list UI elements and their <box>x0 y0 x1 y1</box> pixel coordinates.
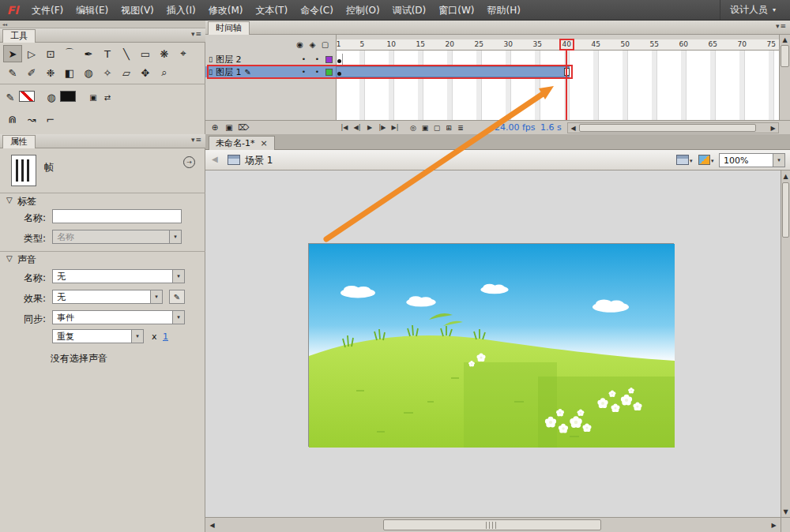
document-tab[interactable]: 未命名-1* × <box>209 136 275 150</box>
swap-colors-icon[interactable]: ⇄ <box>101 88 114 106</box>
menu-view[interactable]: 视图(V) <box>115 0 160 21</box>
free-transform-tool[interactable]: ⊡ <box>41 45 60 62</box>
menu-commands[interactable]: 命令(C) <box>294 0 340 21</box>
show-hide-all-layers-icon[interactable]: ◉ <box>294 39 306 50</box>
spray-brush-tool[interactable]: ❉ <box>41 64 60 81</box>
close-icon[interactable]: × <box>260 138 267 148</box>
stroke-color-swatch[interactable] <box>19 91 35 102</box>
menu-debug[interactable]: 调试(D) <box>386 0 433 21</box>
scrollbar-thumb[interactable] <box>579 124 756 132</box>
deco-tool[interactable]: ❋ <box>155 45 174 62</box>
default-colors-icon[interactable]: ▣ <box>87 88 100 106</box>
menu-help[interactable]: 帮助(H) <box>481 0 527 21</box>
step-back-button[interactable]: ◀| <box>351 122 363 133</box>
layer-outline-swatch[interactable] <box>325 69 333 76</box>
modify-markers-button[interactable]: ≣ <box>455 122 466 133</box>
menu-file[interactable]: 文件(F) <box>25 0 70 21</box>
playhead-line[interactable] <box>566 51 567 120</box>
timeline-ruler[interactable]: 1 5 10 15 20 25 30 35 40 45 50 55 60 65 … <box>336 39 779 51</box>
snap-to-objects-button[interactable]: ⋒ <box>3 111 22 128</box>
panel-menu-icon[interactable]: ▾≡ <box>191 30 202 38</box>
delete-layer-button[interactable]: ⌦ <box>237 122 250 133</box>
menu-insert[interactable]: 插入(I) <box>160 0 202 21</box>
panel-menu-icon[interactable]: ▾≡ <box>191 136 202 144</box>
eyedropper-tool[interactable]: ✧ <box>98 64 117 81</box>
smooth-button[interactable]: ↝ <box>22 111 41 128</box>
layer-lock-dot[interactable]: • <box>312 55 322 63</box>
onion-skin-button[interactable]: ▣ <box>419 122 431 133</box>
fill-color-swatch[interactable] <box>60 91 76 102</box>
lock-all-layers-icon[interactable]: ◈ <box>307 39 318 50</box>
stage-area[interactable] <box>205 170 781 517</box>
line-tool[interactable]: ╲ <box>117 45 136 62</box>
edit-sound-envelope-button[interactable]: ✎ <box>169 290 185 304</box>
timeline-vertical-scrollbar[interactable]: ▲ <box>779 35 790 120</box>
properties-panel-title[interactable]: 属性 <box>2 135 36 148</box>
lasso-tool[interactable]: ⌒ <box>60 45 79 62</box>
scrollbar-thumb[interactable] <box>383 519 601 530</box>
play-button[interactable]: ▶ <box>363 122 376 133</box>
subselection-tool[interactable]: ▷ <box>22 45 41 62</box>
stage-horizontal-scrollbar[interactable]: ◀ ▶ <box>205 517 781 532</box>
tools-panel-title[interactable]: 工具 <box>2 29 36 43</box>
paint-bucket-tool[interactable]: ◍ <box>79 64 98 81</box>
menu-text[interactable]: 文本(T) <box>249 0 294 21</box>
timeline-horizontal-scrollbar[interactable]: ◀ ▶ <box>567 122 779 133</box>
scroll-up-icon[interactable]: ▲ <box>781 170 790 182</box>
zoom-tool[interactable]: ⌕ <box>155 64 174 81</box>
layer-row-1[interactable]: ▯ 图层 1 ✎ • • <box>205 66 336 77</box>
sound-sync-dropdown[interactable]: 事件 ▾ <box>52 310 185 324</box>
panel-menu-icon[interactable]: ▾≡ <box>776 22 787 30</box>
sound-effect-dropdown[interactable]: 无 ▾ <box>52 290 163 304</box>
stage-vertical-scrollbar[interactable]: ▲ ▼ <box>781 170 790 517</box>
menu-control[interactable]: 控制(O) <box>340 0 386 21</box>
scroll-right-icon[interactable]: ▶ <box>767 518 781 532</box>
keyframe-dot[interactable] <box>337 72 341 76</box>
edit-multiple-frames-button[interactable]: ⊞ <box>443 122 454 133</box>
label-type-dropdown[interactable]: 名称 ▾ <box>52 230 182 244</box>
scroll-up-icon[interactable]: ▲ <box>780 35 790 44</box>
back-arrow-icon[interactable]: ◀ <box>212 155 218 163</box>
sound-repeat-dropdown[interactable]: 重复 ▾ <box>52 329 144 343</box>
zoom-dropdown[interactable]: 100% ▾ <box>719 153 785 167</box>
scroll-down-icon[interactable]: ▼ <box>781 508 790 515</box>
label-name-input[interactable] <box>52 209 182 223</box>
layer-name[interactable]: 图层 1 <box>216 66 242 78</box>
scroll-right-icon[interactable]: ▶ <box>768 123 778 133</box>
layer-visibility-dot[interactable]: • <box>299 55 309 63</box>
hand-tool[interactable]: ✥ <box>136 64 155 81</box>
frame-rate-value[interactable]: 24.00 fps <box>495 122 536 133</box>
section-collapse-icon[interactable]: ▽ <box>6 254 13 263</box>
workspace-switcher[interactable]: 设计人员 ▾ <box>720 0 790 20</box>
collapse-panel-icon[interactable]: ◂◂ <box>2 21 7 27</box>
menu-window[interactable]: 窗口(W) <box>432 0 480 21</box>
step-forward-button[interactable]: |▶ <box>376 122 389 133</box>
frame-span-selected[interactable] <box>336 66 570 77</box>
edit-symbols-icon[interactable] <box>698 155 710 165</box>
eraser-tool[interactable]: ▱ <box>117 64 136 81</box>
rectangle-tool[interactable]: ▭ <box>136 45 155 62</box>
pencil-tool[interactable]: ✎ <box>3 64 22 81</box>
edit-scene-icon[interactable] <box>676 155 689 165</box>
label-section-title[interactable]: 标签 <box>17 195 36 208</box>
brush-tool[interactable]: ✐ <box>22 64 41 81</box>
menu-edit[interactable]: 编辑(E) <box>70 0 115 21</box>
new-folder-button[interactable]: ▣ <box>223 122 235 133</box>
circle-arrow-icon[interactable]: → <box>183 156 195 168</box>
layer-outline-swatch[interactable] <box>325 56 333 63</box>
scroll-left-icon[interactable]: ◀ <box>205 518 219 532</box>
new-layer-button[interactable]: ⊕ <box>209 122 221 133</box>
current-frame-marker[interactable] <box>559 39 574 51</box>
scrollbar-thumb[interactable] <box>781 45 789 67</box>
scrollbar-thumb[interactable] <box>782 182 789 238</box>
scroll-left-icon[interactable]: ◀ <box>568 123 578 133</box>
onion-skin-outlines-button[interactable]: ▢ <box>431 122 442 133</box>
layer-name[interactable]: 图层 2 <box>216 54 242 66</box>
stage-canvas[interactable] <box>308 243 674 447</box>
scene-breadcrumb[interactable]: 场景 1 <box>245 154 273 167</box>
sound-section-title[interactable]: 声音 <box>17 253 36 267</box>
sound-name-dropdown[interactable]: 无 ▾ <box>52 269 185 283</box>
go-to-first-frame-button[interactable]: |◀ <box>338 122 351 133</box>
pen-tool[interactable]: ✒ <box>79 45 98 62</box>
bone-tool[interactable]: ⌖ <box>174 45 193 62</box>
